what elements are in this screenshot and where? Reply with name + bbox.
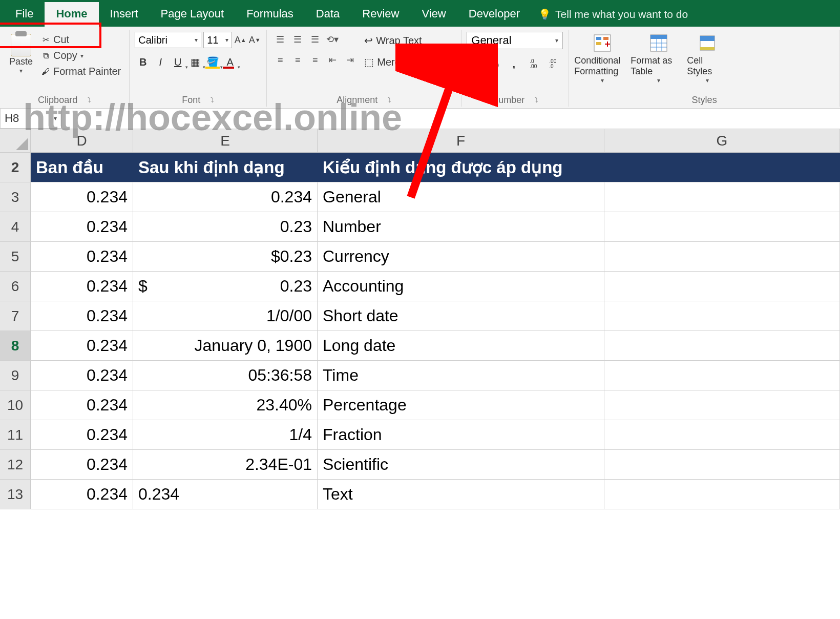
cell-styles-button[interactable]: Cell Styles ▾ xyxy=(687,32,728,84)
increase-font-size-button[interactable]: A▲ xyxy=(234,32,246,48)
header-cell-D[interactable]: Ban đầu xyxy=(31,153,133,182)
cell-D10[interactable]: 0.234 xyxy=(31,390,133,420)
align-top-button[interactable]: ☰ xyxy=(272,32,288,47)
cell-D7[interactable]: 0.234 xyxy=(31,301,133,331)
cell-E4[interactable]: 0.23 xyxy=(133,212,318,241)
align-bottom-button[interactable]: ☰ xyxy=(307,32,323,47)
row-header-13[interactable]: 13 xyxy=(0,480,31,509)
decrease-decimal-button[interactable]: .00.0 xyxy=(544,56,561,72)
tab-data[interactable]: Data xyxy=(305,2,351,27)
tab-view[interactable]: View xyxy=(410,2,457,27)
font-size-select[interactable]: 11▾ xyxy=(203,32,232,48)
font-name-select[interactable]: Calibri▾ xyxy=(135,32,201,48)
cell-F5[interactable]: Currency xyxy=(318,242,604,271)
cell-E9[interactable]: 05:36:58 xyxy=(133,361,318,390)
row-header-3[interactable]: 3 xyxy=(0,182,31,212)
cell-G12[interactable] xyxy=(604,450,840,479)
cell-F10[interactable]: Percentage xyxy=(318,390,604,420)
tab-review[interactable]: Review xyxy=(351,2,410,27)
format-as-table-button[interactable]: Format as Table ▾ xyxy=(631,32,687,84)
copy-button[interactable]: ⧉ Copy▾ xyxy=(41,50,121,61)
cell-D5[interactable]: 0.234 xyxy=(31,242,133,271)
orientation-button[interactable]: ⟲▾ xyxy=(324,32,341,47)
cell-F8[interactable]: Long date xyxy=(318,331,604,360)
clipboard-launcher-icon[interactable]: ⤵ xyxy=(88,96,91,104)
col-header-D[interactable]: D xyxy=(31,129,133,152)
cell-D9[interactable]: 0.234 xyxy=(31,361,133,390)
wrap-text-button[interactable]: ↩ Wrap Text xyxy=(364,32,455,49)
select-all-corner[interactable] xyxy=(0,129,31,152)
cell-E7[interactable]: 1/0/00 xyxy=(133,301,318,331)
align-middle-button[interactable]: ☰ xyxy=(289,32,306,47)
number-launcher-icon[interactable]: ⤵ xyxy=(535,96,538,104)
decrease-indent-button[interactable]: ⇤ xyxy=(324,52,341,68)
format-painter-button[interactable]: 🖌 Format Painter xyxy=(41,66,121,77)
conditional-formatting-button[interactable]: Conditional Formatting ▾ xyxy=(574,32,631,84)
cell-F12[interactable]: Scientific xyxy=(318,450,604,479)
borders-button[interactable]: ▦▾ xyxy=(187,54,203,70)
tab-home[interactable]: Home xyxy=(45,2,98,27)
cell-D12[interactable]: 0.234 xyxy=(31,450,133,479)
row-header-5[interactable]: 5 xyxy=(0,242,31,271)
cell-D4[interactable]: 0.234 xyxy=(31,212,133,241)
cell-D8[interactable]: 0.234 xyxy=(31,331,133,360)
tab-insert[interactable]: Insert xyxy=(99,2,150,27)
cell-G7[interactable] xyxy=(604,301,840,331)
name-box[interactable]: H8▾ xyxy=(0,109,61,129)
increase-indent-button[interactable]: ⇥ xyxy=(342,52,358,68)
cell-E10[interactable]: 23.40% xyxy=(133,390,318,420)
align-left-button[interactable]: ≡ xyxy=(272,52,288,68)
fill-color-button[interactable]: 🪣▾ xyxy=(204,54,221,70)
font-color-button[interactable]: A▾ xyxy=(222,54,238,70)
cell-G11[interactable] xyxy=(604,420,840,449)
italic-button[interactable]: I xyxy=(152,54,169,70)
increase-decimal-button[interactable]: .0.00 xyxy=(525,56,541,72)
col-header-G[interactable]: G xyxy=(604,129,840,152)
header-cell-E[interactable]: Sau khi định dạng xyxy=(133,153,318,182)
row-header-2[interactable]: 2 xyxy=(0,153,31,182)
cell-F3[interactable]: General xyxy=(318,182,604,212)
cell-D3[interactable]: 0.234 xyxy=(31,182,133,212)
cell-D13[interactable]: 0.234 xyxy=(31,480,133,509)
percent-format-button[interactable]: % xyxy=(486,56,502,72)
bold-button[interactable]: B xyxy=(135,54,151,70)
row-header-12[interactable]: 12 xyxy=(0,450,31,479)
cell-F9[interactable]: Time xyxy=(318,361,604,390)
cell-G4[interactable] xyxy=(604,212,840,241)
cell-E11[interactable]: 1/4 xyxy=(133,420,318,449)
cell-G6[interactable] xyxy=(604,272,840,301)
tell-me-search[interactable]: 💡 Tell me what you want to do xyxy=(531,8,695,27)
row-header-6[interactable]: 6 xyxy=(0,272,31,301)
comma-format-button[interactable]: , xyxy=(506,56,522,72)
cell-F6[interactable]: Accounting xyxy=(318,272,604,301)
cell-G13[interactable] xyxy=(604,480,840,509)
cell-G10[interactable] xyxy=(604,390,840,420)
tab-file[interactable]: File xyxy=(4,2,45,27)
cell-E5[interactable]: $0.23 xyxy=(133,242,318,271)
alignment-launcher-icon[interactable]: ⤵ xyxy=(388,96,391,104)
underline-button[interactable]: U▾ xyxy=(170,54,186,70)
cell-F13[interactable]: Text xyxy=(318,480,604,509)
row-header-10[interactable]: 10 xyxy=(0,390,31,420)
row-header-9[interactable]: 9 xyxy=(0,361,31,390)
tab-page-layout[interactable]: Page Layout xyxy=(150,2,236,27)
merge-center-button[interactable]: ⬚ Merge & Center ▾ xyxy=(364,53,455,71)
header-cell-G[interactable] xyxy=(604,153,840,182)
cell-F4[interactable]: Number xyxy=(318,212,604,241)
row-header-11[interactable]: 11 xyxy=(0,420,31,449)
cell-E3[interactable]: 0.234 xyxy=(133,182,318,212)
cell-E12[interactable]: 2.34E-01 xyxy=(133,450,318,479)
row-header-4[interactable]: 4 xyxy=(0,212,31,241)
col-header-F[interactable]: F xyxy=(318,129,604,152)
cell-D11[interactable]: 0.234 xyxy=(31,420,133,449)
number-format-select[interactable]: General▾ xyxy=(467,32,563,49)
cell-G3[interactable] xyxy=(604,182,840,212)
decrease-font-size-button[interactable]: A▼ xyxy=(248,32,261,48)
row-header-7[interactable]: 7 xyxy=(0,301,31,331)
cell-G9[interactable] xyxy=(604,361,840,390)
cell-E13[interactable]: 0.234 xyxy=(133,480,318,509)
align-center-button[interactable]: ≡ xyxy=(289,52,306,68)
cell-G5[interactable] xyxy=(604,242,840,271)
font-launcher-icon[interactable]: ⤵ xyxy=(211,96,214,104)
align-right-button[interactable]: ≡ xyxy=(307,52,323,68)
